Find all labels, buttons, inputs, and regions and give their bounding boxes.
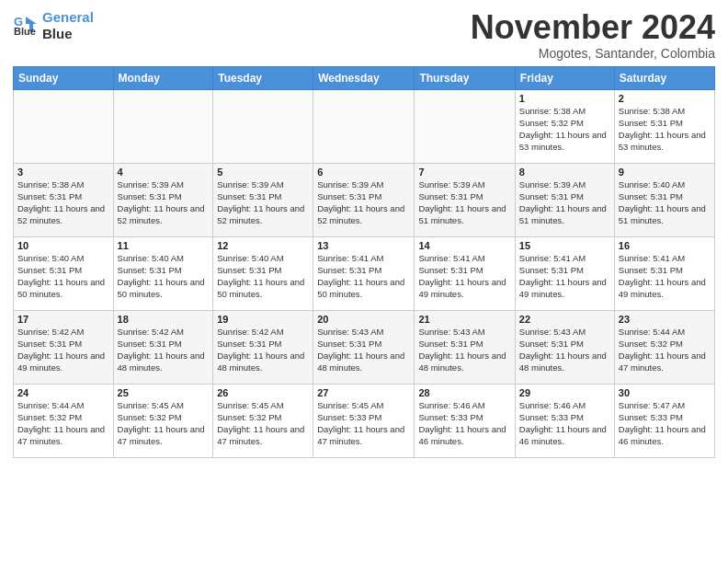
calendar-cell: 28Sunrise: 5:46 AMSunset: 5:33 PMDayligh… (415, 384, 515, 457)
day-info: Sunrise: 5:40 AMSunset: 5:31 PMDaylight:… (619, 178, 711, 227)
day-number: 10 (17, 240, 109, 251)
calendar-cell: 3Sunrise: 5:38 AMSunset: 5:31 PMDaylight… (14, 163, 114, 236)
calendar-cell: 30Sunrise: 5:47 AMSunset: 5:33 PMDayligh… (614, 384, 714, 457)
calendar-cell: 1Sunrise: 5:38 AMSunset: 5:32 PMDaylight… (515, 89, 614, 163)
day-info: Sunrise: 5:38 AMSunset: 5:31 PMDaylight:… (619, 105, 711, 154)
col-saturday: Saturday (614, 66, 714, 89)
calendar-cell (113, 89, 213, 163)
day-info: Sunrise: 5:38 AMSunset: 5:31 PMDaylight:… (17, 178, 109, 227)
col-tuesday: Tuesday (213, 66, 313, 89)
day-number: 27 (317, 387, 410, 398)
calendar-cell: 15Sunrise: 5:41 AMSunset: 5:31 PMDayligh… (515, 236, 614, 310)
col-thursday: Thursday (415, 66, 515, 89)
day-number: 21 (418, 314, 510, 325)
calendar-cell: 21Sunrise: 5:43 AMSunset: 5:31 PMDayligh… (415, 310, 515, 384)
calendar-cell (415, 89, 515, 163)
day-number: 24 (17, 387, 109, 398)
calendar-cell: 5Sunrise: 5:39 AMSunset: 5:31 PMDaylight… (213, 163, 313, 236)
col-wednesday: Wednesday (313, 66, 415, 89)
calendar-cell: 24Sunrise: 5:44 AMSunset: 5:32 PMDayligh… (14, 384, 114, 457)
day-number: 17 (17, 314, 109, 325)
day-number: 6 (317, 167, 410, 178)
calendar-cell: 6Sunrise: 5:39 AMSunset: 5:31 PMDaylight… (313, 163, 415, 236)
day-info: Sunrise: 5:43 AMSunset: 5:31 PMDaylight:… (418, 326, 510, 374)
day-info: Sunrise: 5:39 AMSunset: 5:31 PMDaylight:… (217, 178, 309, 227)
day-number: 9 (619, 167, 711, 178)
calendar-cell: 9Sunrise: 5:40 AMSunset: 5:31 PMDaylight… (614, 163, 714, 236)
day-info: Sunrise: 5:45 AMSunset: 5:32 PMDaylight:… (217, 399, 309, 448)
day-number: 20 (317, 314, 410, 325)
day-info: Sunrise: 5:43 AMSunset: 5:31 PMDaylight:… (519, 326, 610, 374)
header: G Blue General Blue November 2024 Mogote… (13, 9, 715, 61)
logo-text: General Blue (42, 9, 94, 42)
calendar-cell: 8Sunrise: 5:39 AMSunset: 5:31 PMDaylight… (515, 163, 614, 236)
calendar-cell: 16Sunrise: 5:41 AMSunset: 5:31 PMDayligh… (614, 236, 714, 310)
day-number: 28 (418, 387, 510, 398)
day-info: Sunrise: 5:46 AMSunset: 5:33 PMDaylight:… (418, 399, 510, 448)
day-number: 7 (418, 167, 510, 178)
day-number: 29 (519, 387, 610, 398)
day-number: 3 (17, 167, 109, 178)
day-info: Sunrise: 5:41 AMSunset: 5:31 PMDaylight:… (519, 252, 610, 301)
calendar-cell: 12Sunrise: 5:40 AMSunset: 5:31 PMDayligh… (213, 236, 313, 310)
calendar-cell: 2Sunrise: 5:38 AMSunset: 5:31 PMDaylight… (614, 89, 714, 163)
calendar-cell: 18Sunrise: 5:42 AMSunset: 5:31 PMDayligh… (113, 310, 213, 384)
day-info: Sunrise: 5:44 AMSunset: 5:32 PMDaylight:… (17, 399, 109, 448)
calendar-cell: 29Sunrise: 5:46 AMSunset: 5:33 PMDayligh… (515, 384, 614, 457)
day-number: 25 (118, 387, 210, 398)
day-number: 23 (619, 314, 711, 325)
calendar-week-5: 24Sunrise: 5:44 AMSunset: 5:32 PMDayligh… (14, 384, 715, 457)
day-info: Sunrise: 5:46 AMSunset: 5:33 PMDaylight:… (519, 399, 610, 448)
day-number: 30 (619, 387, 711, 398)
title-block: November 2024 Mogotes, Santander, Colomb… (471, 9, 715, 61)
day-info: Sunrise: 5:38 AMSunset: 5:32 PMDaylight:… (519, 105, 610, 154)
calendar-week-4: 17Sunrise: 5:42 AMSunset: 5:31 PMDayligh… (14, 310, 715, 384)
day-info: Sunrise: 5:40 AMSunset: 5:31 PMDaylight:… (17, 252, 109, 301)
day-info: Sunrise: 5:39 AMSunset: 5:31 PMDaylight:… (418, 178, 510, 227)
day-number: 18 (118, 314, 210, 325)
logo-blue: Blue (42, 26, 94, 42)
day-number: 19 (217, 314, 309, 325)
day-number: 26 (217, 387, 309, 398)
day-number: 2 (619, 93, 711, 104)
calendar-table: Sunday Monday Tuesday Wednesday Thursday… (13, 66, 715, 458)
col-monday: Monday (113, 66, 213, 89)
calendar-header-row: Sunday Monday Tuesday Wednesday Thursday… (14, 66, 715, 89)
calendar-cell: 26Sunrise: 5:45 AMSunset: 5:32 PMDayligh… (213, 384, 313, 457)
page-container: G Blue General Blue November 2024 Mogote… (0, 0, 728, 464)
col-friday: Friday (515, 66, 614, 89)
day-info: Sunrise: 5:40 AMSunset: 5:31 PMDaylight:… (217, 252, 309, 301)
day-info: Sunrise: 5:41 AMSunset: 5:31 PMDaylight:… (317, 252, 410, 301)
calendar-cell: 22Sunrise: 5:43 AMSunset: 5:31 PMDayligh… (515, 310, 614, 384)
calendar-cell: 23Sunrise: 5:44 AMSunset: 5:32 PMDayligh… (614, 310, 714, 384)
calendar-week-2: 3Sunrise: 5:38 AMSunset: 5:31 PMDaylight… (14, 163, 715, 236)
day-number: 11 (118, 240, 210, 251)
day-number: 12 (217, 240, 309, 251)
day-number: 16 (619, 240, 711, 251)
month-title: November 2024 (471, 9, 715, 46)
calendar-cell: 10Sunrise: 5:40 AMSunset: 5:31 PMDayligh… (14, 236, 114, 310)
calendar-cell: 19Sunrise: 5:42 AMSunset: 5:31 PMDayligh… (213, 310, 313, 384)
calendar-cell: 13Sunrise: 5:41 AMSunset: 5:31 PMDayligh… (313, 236, 415, 310)
day-number: 4 (118, 167, 210, 178)
calendar-cell (213, 89, 313, 163)
calendar-cell: 11Sunrise: 5:40 AMSunset: 5:31 PMDayligh… (113, 236, 213, 310)
logo: G Blue General Blue (13, 9, 94, 42)
day-info: Sunrise: 5:45 AMSunset: 5:32 PMDaylight:… (118, 399, 210, 448)
day-info: Sunrise: 5:44 AMSunset: 5:32 PMDaylight:… (619, 326, 711, 374)
day-info: Sunrise: 5:42 AMSunset: 5:31 PMDaylight:… (217, 326, 309, 374)
day-number: 15 (519, 240, 610, 251)
calendar-cell (14, 89, 114, 163)
day-info: Sunrise: 5:39 AMSunset: 5:31 PMDaylight:… (317, 178, 410, 227)
location: Mogotes, Santander, Colombia (471, 46, 715, 61)
day-number: 22 (519, 314, 610, 325)
calendar-cell: 20Sunrise: 5:43 AMSunset: 5:31 PMDayligh… (313, 310, 415, 384)
calendar-week-3: 10Sunrise: 5:40 AMSunset: 5:31 PMDayligh… (14, 236, 715, 310)
calendar-cell: 4Sunrise: 5:39 AMSunset: 5:31 PMDaylight… (113, 163, 213, 236)
day-info: Sunrise: 5:43 AMSunset: 5:31 PMDaylight:… (317, 326, 410, 374)
calendar-cell: 14Sunrise: 5:41 AMSunset: 5:31 PMDayligh… (415, 236, 515, 310)
day-info: Sunrise: 5:42 AMSunset: 5:31 PMDaylight:… (118, 326, 210, 374)
day-number: 13 (317, 240, 410, 251)
day-info: Sunrise: 5:42 AMSunset: 5:31 PMDaylight:… (17, 326, 109, 374)
calendar-cell (313, 89, 415, 163)
